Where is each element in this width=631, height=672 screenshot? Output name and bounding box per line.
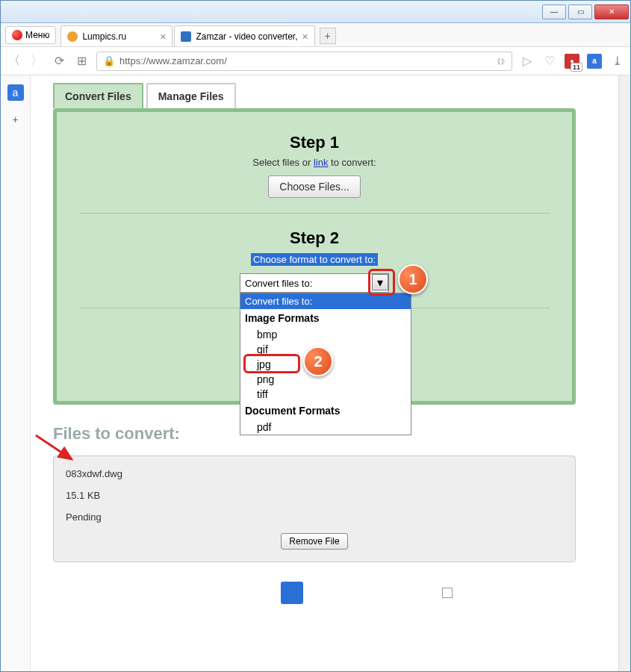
back-button[interactable]: 〈: [7, 54, 22, 69]
dropdown-group-document: Document Formats: [240, 402, 411, 420]
tab-title: Lumpics.ru: [82, 31, 126, 42]
annotation-outline-1: [368, 269, 395, 296]
dropdown-item-bmp[interactable]: bmp: [240, 327, 411, 342]
translate-icon[interactable]: ⦉⦊: [497, 56, 506, 66]
url-input[interactable]: 🔒 https://www.zamzar.com/ ⦉⦊: [96, 52, 512, 71]
step-1-subtitle: Select files or link to convert:: [57, 157, 572, 168]
format-select[interactable]: Convert files to:: [240, 273, 389, 293]
window-close-button[interactable]: ✕: [594, 4, 629, 19]
tab-convert-files[interactable]: Convert Files: [53, 83, 143, 108]
sidebar-translate-icon[interactable]: a: [7, 84, 24, 101]
annotation-arrow-icon: [34, 434, 79, 464]
browser-sidebar: a +: [1, 75, 31, 671]
scrollbar[interactable]: [618, 75, 630, 671]
tab-close-icon[interactable]: ×: [155, 31, 166, 43]
adblock-extension-icon[interactable]: ● 11: [565, 54, 579, 69]
dropdown-item-jpg[interactable]: jpg 2: [240, 357, 411, 372]
sidebar-add-button[interactable]: +: [7, 111, 24, 128]
new-tab-button[interactable]: +: [320, 28, 336, 44]
annotation-callout-2: 2: [303, 346, 333, 376]
annotation-outline-2: [243, 354, 300, 373]
convert-card: Step 1 Select files or link to convert: …: [53, 108, 576, 405]
file-name: 083xdwf.dwg: [66, 468, 563, 479]
favicon-icon: [181, 31, 191, 42]
link-url-convert[interactable]: link: [314, 157, 329, 168]
speed-dial-button[interactable]: ⊞: [74, 54, 89, 69]
forward-button[interactable]: 〉: [29, 54, 44, 69]
tab-close-icon[interactable]: ×: [298, 31, 308, 43]
tab-manage-files[interactable]: Manage Files: [146, 83, 236, 108]
file-size: 15.1 KB: [66, 490, 563, 501]
browser-window: — ▭ ✕ Меню Lumpics.ru × Zamzar - video c…: [0, 0, 631, 672]
heart-icon[interactable]: ♡: [542, 54, 557, 69]
lock-icon: 🔒: [103, 55, 115, 66]
step-2: Step 2 Choose format to convert to: Conv…: [57, 220, 572, 302]
format-dropdown: Convert files to: Image Formats bmp gif …: [240, 293, 411, 435]
maximize-button[interactable]: ▭: [568, 4, 592, 19]
dropdown-header: Convert files to:: [240, 293, 411, 309]
favicon-icon: [67, 31, 78, 42]
vpn-forward-icon[interactable]: ▷: [520, 54, 535, 69]
minimize-button[interactable]: —: [542, 4, 566, 19]
annotation-callout-1: 1: [398, 264, 428, 294]
tab-lumpics[interactable]: Lumpics.ru ×: [60, 25, 172, 46]
tab-title: Zamzar - video converter,: [196, 31, 297, 42]
badge-count: 11: [571, 63, 582, 72]
viewport: a + Convert Files Manage Files Step 1 Se…: [1, 75, 630, 671]
page-content: Convert Files Manage Files Step 1 Select…: [31, 75, 618, 671]
choose-files-button[interactable]: Choose Files...: [268, 175, 360, 198]
reload-button[interactable]: ⟳: [52, 54, 66, 69]
remove-file-button[interactable]: Remove File: [281, 533, 347, 550]
step-2-subtitle: Choose format to convert to:: [251, 253, 378, 266]
step-1-title: Step 1: [57, 133, 572, 152]
format-select-wrap: Convert files to: ▾ 1 Convert files to: …: [240, 273, 389, 293]
card-tabs: Convert Files Manage Files: [53, 83, 618, 108]
menu-label: Меню: [25, 30, 49, 40]
divider: [79, 213, 550, 214]
dropdown-item-pdf[interactable]: pdf: [240, 420, 411, 435]
step-1: Step 1 Select files or link to convert: …: [57, 124, 572, 207]
dropdown-group-image: Image Formats: [240, 309, 411, 327]
address-bar: 〈 〉 ⟳ ⊞ 🔒 https://www.zamzar.com/ ⦉⦊ ▷ ♡…: [1, 47, 630, 75]
file-status: Pending: [66, 511, 563, 523]
step-2-title: Step 2: [57, 228, 572, 248]
opera-icon: [12, 30, 22, 40]
window-titlebar: — ▭ ✕: [1, 1, 630, 23]
dropdown-item-tiff[interactable]: tiff: [240, 387, 411, 402]
translate-extension-icon[interactable]: a: [587, 54, 602, 69]
downloads-icon[interactable]: ⤓: [609, 54, 624, 69]
convert-button-partial[interactable]: [281, 582, 303, 604]
select-value: Convert files to:: [245, 278, 312, 289]
browser-menu-button[interactable]: Меню: [5, 26, 56, 44]
url-text: https://www.zamzar.com/: [119, 55, 227, 66]
tab-bar: Меню Lumpics.ru × Zamzar - video convert…: [1, 23, 630, 47]
file-item: 083xdwf.dwg 15.1 KB Pending Remove File: [53, 455, 576, 562]
tab-zamzar[interactable]: Zamzar - video converter, ×: [174, 25, 314, 46]
terms-checkbox[interactable]: [442, 588, 453, 598]
